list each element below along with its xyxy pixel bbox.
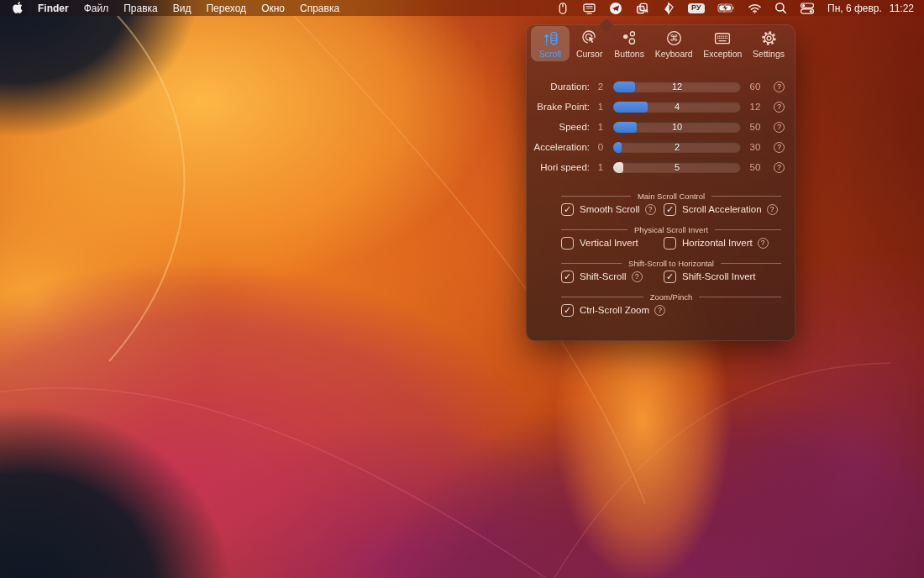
checkbox-checked[interactable]: ✓ — [664, 203, 676, 216]
tab-label: Exception — [703, 49, 742, 59]
keyboard-icon: ⌘ — [665, 29, 683, 48]
tab-label: Buttons — [614, 49, 644, 59]
clock-time: 11:22 — [890, 3, 914, 14]
checkbox-unchecked[interactable] — [664, 237, 676, 250]
divider-line — [711, 196, 781, 197]
help-icon[interactable]: ? — [774, 81, 785, 92]
slider-row-3: Speed:11050? — [526, 117, 795, 137]
checkbox-item-scroll-acceleration[interactable]: ✓Scroll Acceleration? — [664, 201, 795, 218]
checkbox-unchecked[interactable] — [561, 237, 574, 250]
tab-label: Scroll — [539, 49, 561, 59]
input-source-badge[interactable]: РУ — [688, 3, 705, 13]
slider-min-value: 1 — [593, 102, 608, 112]
slider-max-value: 50 — [744, 122, 766, 132]
checkbox-item-horizontal-invert[interactable]: Horizontal Invert? — [664, 234, 795, 251]
mos-preferences-popover: ScrollCursorButtons⌘KeyboardExceptionSet… — [526, 24, 795, 341]
tab-bar: ScrollCursorButtons⌘KeyboardExceptionSet… — [531, 26, 790, 61]
display-mirroring-icon[interactable] — [582, 0, 596, 16]
help-icon[interactable]: ? — [632, 271, 643, 282]
slider-max-value: 12 — [744, 102, 766, 112]
help-icon[interactable]: ? — [774, 122, 785, 133]
tab-keyboard[interactable]: ⌘Keyboard — [650, 26, 698, 61]
origami-fan-icon[interactable] — [662, 0, 675, 16]
slider-current-value: 4 — [613, 102, 741, 113]
divider-line — [561, 229, 627, 230]
battery-charging-icon[interactable] — [717, 0, 735, 16]
buttons-icon — [621, 29, 638, 48]
slider-label: Duration: — [531, 81, 590, 92]
slider-max-value: 60 — [744, 81, 766, 92]
slider-label: Brake Point: — [531, 102, 590, 112]
slider-label: Speed: — [531, 122, 590, 132]
checkbox-item-vertical-invert[interactable]: Vertical Invert — [561, 234, 664, 251]
slider-group: Duration:21260?Brake Point:1412?Speed:11… — [526, 76, 795, 177]
section-header: Main Scroll Control — [526, 191, 795, 201]
menu-item-5[interactable]: Окно — [261, 3, 285, 14]
slider-track[interactable]: 5 — [613, 162, 741, 173]
telegram-icon[interactable] — [609, 0, 622, 16]
help-icon[interactable]: ? — [645, 204, 656, 215]
divider-line — [561, 196, 631, 197]
active-app-name[interactable]: Finder — [38, 3, 69, 14]
checkbox-row: ✓Shift-Scroll?✓Shift-Scroll Invert — [561, 268, 795, 285]
section-title: Shift-Scroll to Horizontal — [628, 259, 714, 268]
menu-bar-status-area: РУ — [556, 0, 924, 16]
settings-icon — [760, 29, 778, 48]
checkbox-checked[interactable]: ✓ — [561, 304, 574, 317]
wifi-icon[interactable] — [748, 0, 762, 16]
section-header: Physical Scroll Invert — [526, 224, 795, 234]
menu-bar: Finder ФайлПравкаВидПереходОкноСправка — [0, 0, 924, 16]
slider-current-value: 2 — [613, 142, 741, 153]
help-icon[interactable]: ? — [767, 204, 778, 215]
svg-text:⌘: ⌘ — [669, 33, 679, 43]
slider-current-value: 10 — [613, 122, 741, 133]
slider-track[interactable]: 12 — [613, 81, 741, 92]
control-center-icon[interactable] — [800, 0, 815, 16]
slider-row-1: Duration:21260? — [526, 76, 795, 97]
checkbox-item-ctrl-scroll-zoom[interactable]: ✓Ctrl-Scroll Zoom? — [561, 302, 664, 318]
divider-line — [721, 263, 781, 264]
section-4: Zoom/Pinch✓Ctrl-Scroll Zoom? — [526, 292, 795, 318]
checkbox-row: ✓Ctrl-Scroll Zoom? — [561, 302, 795, 318]
help-icon[interactable]: ? — [774, 162, 785, 173]
tab-scroll[interactable]: Scroll — [531, 26, 570, 61]
menu-item-2[interactable]: Правка — [123, 3, 158, 14]
divider-line — [561, 263, 622, 264]
checkbox-item-shift-scroll[interactable]: ✓Shift-Scroll? — [561, 268, 664, 285]
checkbox-label: Ctrl-Scroll Zoom — [580, 305, 649, 315]
tab-exception[interactable]: Exception — [698, 26, 747, 61]
tab-buttons[interactable]: Buttons — [609, 26, 649, 61]
window-switcher-icon[interactable] — [635, 0, 649, 16]
menu-item-4[interactable]: Переход — [206, 3, 246, 14]
app-menus: ФайлПравкаВидПереходОкноСправка — [84, 3, 339, 14]
slider-row-5: Hori speed:1550? — [526, 157, 795, 177]
checkbox-checked[interactable]: ✓ — [561, 271, 574, 283]
divider-line — [699, 297, 781, 297]
checkbox-item-smooth-scroll[interactable]: ✓Smooth Scroll? — [561, 201, 664, 218]
exception-icon — [713, 29, 732, 48]
checkbox-item-shift-scroll-invert[interactable]: ✓Shift-Scroll Invert — [664, 268, 795, 285]
tab-settings[interactable]: Settings — [748, 26, 790, 61]
help-icon[interactable]: ? — [774, 142, 785, 153]
menu-bar-clock[interactable]: Пн, 6 февр. 11:22 — [827, 3, 914, 14]
slider-track[interactable]: 4 — [613, 102, 741, 113]
slider-track[interactable]: 2 — [613, 142, 741, 153]
help-icon[interactable]: ? — [774, 102, 785, 113]
checkbox-checked[interactable]: ✓ — [664, 271, 676, 283]
mouse-icon[interactable] — [556, 0, 570, 16]
checkbox-label: Smooth Scroll — [580, 204, 640, 214]
search-icon[interactable] — [774, 0, 787, 16]
slider-current-value: 5 — [613, 162, 741, 173]
menu-item-3[interactable]: Вид — [173, 3, 192, 14]
tab-cursor[interactable]: Cursor — [570, 26, 609, 61]
checkbox-checked[interactable]: ✓ — [561, 203, 574, 216]
help-icon[interactable]: ? — [654, 305, 665, 316]
menu-item-6[interactable]: Справка — [300, 3, 339, 14]
apple-logo-icon[interactable] — [12, 0, 23, 16]
menu-item-1[interactable]: Файл — [84, 3, 109, 14]
slider-track[interactable]: 10 — [613, 122, 741, 133]
help-icon[interactable]: ? — [758, 238, 769, 249]
divider-line — [561, 297, 643, 297]
section-title: Main Scroll Control — [638, 192, 705, 201]
slider-row-2: Brake Point:1412? — [526, 97, 795, 117]
